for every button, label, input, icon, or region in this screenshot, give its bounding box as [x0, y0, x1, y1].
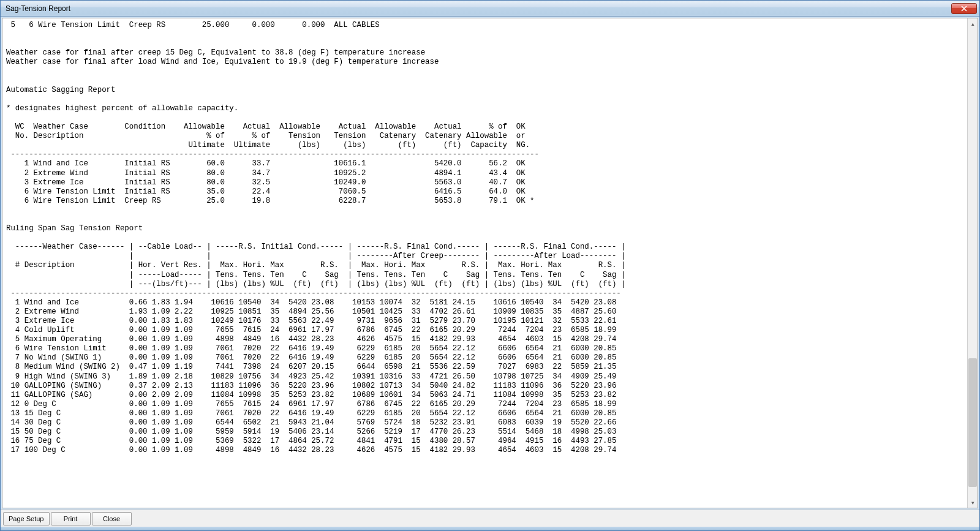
print-button[interactable]: Print — [51, 512, 91, 525]
close-button[interactable]: Close — [92, 512, 132, 525]
button-bar: Page Setup Print Close — [1, 510, 979, 527]
vertical-scrollbar[interactable]: ▴ ▾ — [967, 18, 978, 508]
close-window-button[interactable] — [951, 3, 977, 14]
report-window: Sag-Tension Report 5 6 Wire Tension Limi… — [0, 0, 980, 531]
scrollbar-thumb[interactable] — [968, 358, 977, 487]
window-bottom-border — [1, 527, 979, 530]
close-icon — [961, 6, 967, 12]
scroll-down-arrow-icon[interactable]: ▾ — [968, 497, 978, 508]
report-text: 5 6 Wire Tension Limit Creep RS 25.000 0… — [2, 18, 967, 508]
page-setup-button[interactable]: Page Setup — [3, 512, 50, 525]
scroll-up-arrow-icon[interactable]: ▴ — [968, 18, 978, 29]
titlebar[interactable]: Sag-Tension Report — [1, 1, 979, 17]
window-title: Sag-Tension Report — [6, 4, 70, 13]
content-area: 5 6 Wire Tension Limit Creep RS 25.000 0… — [2, 18, 978, 508]
